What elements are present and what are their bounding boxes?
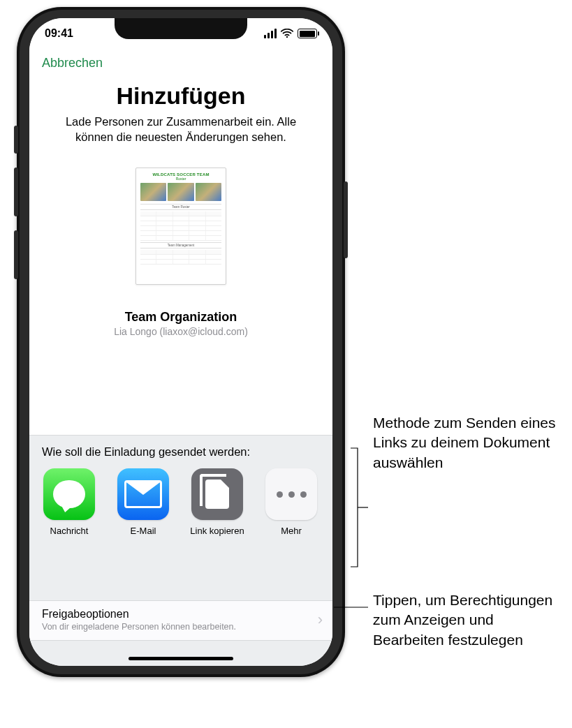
home-indicator[interactable]: [129, 657, 233, 660]
iphone-frame: 09:41 Abbrechen Hinzufügen Lade Personen…: [17, 7, 345, 677]
share-options-row[interactable]: Freigabeoptionen Von dir eingeladene Per…: [29, 600, 332, 641]
wifi-icon: [281, 29, 293, 38]
messages-icon: [43, 468, 95, 520]
mail-icon: [117, 468, 169, 520]
status-time: 09:41: [45, 27, 73, 40]
callout-share-options: Tippen, um Berechtigungen zum Anzeigen u…: [373, 590, 562, 650]
battery-icon: [298, 29, 317, 38]
share-options-detail: Von dir eingeladene Personen können bear…: [42, 622, 236, 632]
page-subtitle: Lade Personen zur Zusammenarbeit ein. Al…: [47, 114, 314, 145]
cancel-button[interactable]: Abbrechen: [42, 56, 103, 70]
copy-link-icon: [191, 468, 243, 520]
document-owner: Lia Longo (liaxox@icloud.com): [29, 326, 332, 337]
callout-share-method: Methode zum Senden eines Links zu deinem…: [373, 413, 562, 473]
share-copy-link-button[interactable]: Link kopieren: [190, 468, 244, 536]
chevron-right-icon: ›: [318, 612, 323, 627]
share-messages-button[interactable]: Nachricht: [42, 468, 96, 536]
document-name: Team Organization: [29, 310, 332, 325]
share-options-title: Freigabeoptionen: [42, 608, 236, 621]
share-more-button[interactable]: Mehr: [264, 468, 318, 536]
document-preview: WILDCATS SOCCER TEAM Roster Team Roster …: [135, 168, 226, 285]
page-title: Hinzufügen: [29, 82, 332, 110]
share-mail-button[interactable]: E-Mail: [116, 468, 170, 536]
notch: [115, 18, 247, 39]
more-icon: [265, 468, 317, 520]
screen: 09:41 Abbrechen Hinzufügen Lade Personen…: [29, 18, 332, 666]
share-section-label: Wie soll die Einladung gesendet werden:: [29, 436, 332, 464]
cellular-signal-icon: [264, 29, 277, 38]
share-methods-row: Nachricht E-Mail Link kopieren Mehr: [29, 464, 332, 543]
